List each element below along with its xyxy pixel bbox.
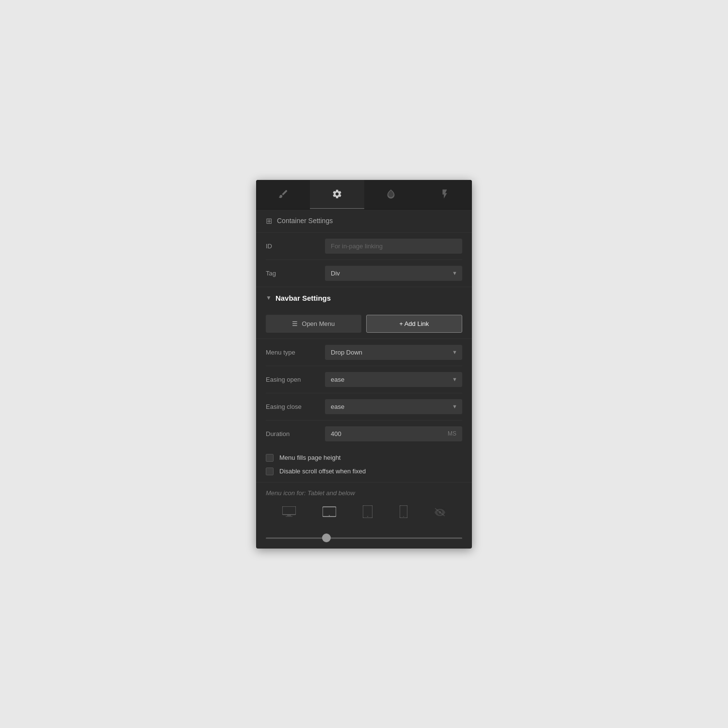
menu-fills-row: Menu fills page height <box>266 454 462 462</box>
checkbox-section: Menu fills page height Disable scroll of… <box>256 447 472 483</box>
duration-unit: MS <box>448 430 456 437</box>
container-settings-header: ⊞ Container Settings <box>256 210 472 233</box>
tag-label: Tag <box>266 270 319 277</box>
svg-point-8 <box>403 516 404 517</box>
svg-point-4 <box>329 515 330 516</box>
tab-lightning[interactable] <box>418 180 472 209</box>
duration-wrapper: 400 MS <box>325 426 462 441</box>
tab-bar <box>256 180 472 210</box>
tab-settings[interactable] <box>310 180 364 209</box>
duration-row: Duration 400 MS <box>266 421 462 447</box>
id-row: ID <box>266 233 462 260</box>
disable-scroll-label: Disable scroll offset when fixed <box>279 468 366 475</box>
navbar-arrow-icon: ▼ <box>266 294 272 301</box>
duration-label: Duration <box>266 430 319 437</box>
svg-rect-2 <box>286 516 292 517</box>
disable-scroll-row: Disable scroll offset when fixed <box>266 468 462 475</box>
menu-type-label: Menu type <box>266 349 319 356</box>
tag-select-wrapper: Div Section Article Header Footer Nav ▼ <box>325 266 462 281</box>
menu-fills-label: Menu fills page height <box>279 454 340 461</box>
menu-type-select-wrapper: Drop Down Slide In Overlay ▼ <box>325 345 462 360</box>
easing-close-select[interactable]: ease ease-in ease-out ease-in-out linear <box>325 399 462 414</box>
container-settings-label: Container Settings <box>277 217 333 225</box>
open-menu-label: Open Menu <box>302 320 335 327</box>
tag-select[interactable]: Div Section Article Header Footer Nav <box>325 266 462 281</box>
add-link-label: + Add Link <box>399 320 429 327</box>
menu-type-select[interactable]: Drop Down Slide In Overlay <box>325 345 462 360</box>
hidden-icon[interactable] <box>432 505 448 520</box>
id-label: ID <box>266 243 319 250</box>
easing-open-select-wrapper: ease ease-in ease-out ease-in-out linear… <box>325 372 462 387</box>
phone-icon[interactable] <box>398 503 409 522</box>
menu-icon: ☰ <box>292 320 298 327</box>
menu-fills-checkbox[interactable] <box>266 454 274 462</box>
easing-close-select-wrapper: ease ease-in ease-out ease-in-out linear… <box>325 399 462 414</box>
menu-icon-label: Menu icon for: Tablet and below <box>266 489 462 497</box>
button-row: ☰ Open Menu + Add Link <box>256 309 472 339</box>
id-input[interactable] <box>325 239 462 254</box>
settings-panel: ⊞ Container Settings ID Tag Div Section … <box>256 180 472 549</box>
desktop-icon[interactable] <box>280 504 298 521</box>
menu-icon-section: Menu icon for: Tablet and below <box>256 483 472 527</box>
tablet-icon[interactable] <box>361 503 374 522</box>
slider-wrapper <box>256 527 472 549</box>
tab-brush[interactable] <box>256 180 310 209</box>
easing-open-label: Easing open <box>266 376 319 383</box>
easing-open-row: Easing open ease ease-in ease-out ease-i… <box>266 366 462 393</box>
breakpoint-slider[interactable] <box>266 537 462 539</box>
navbar-form: Menu type Drop Down Slide In Overlay ▼ E… <box>256 339 472 447</box>
container-icon: ⊞ <box>266 216 272 226</box>
device-icons-row <box>266 503 462 522</box>
easing-close-label: Easing close <box>266 403 319 410</box>
tablet-landscape-icon[interactable] <box>321 504 338 521</box>
navbar-settings-label: Navbar Settings <box>275 294 331 302</box>
easing-close-row: Easing close ease ease-in ease-out ease-… <box>266 393 462 421</box>
disable-scroll-checkbox[interactable] <box>266 468 274 475</box>
container-form: ID Tag Div Section Article Header Footer… <box>256 233 472 287</box>
menu-type-row: Menu type Drop Down Slide In Overlay ▼ <box>266 339 462 366</box>
tab-drops[interactable] <box>364 180 418 209</box>
svg-rect-0 <box>282 506 296 515</box>
navbar-settings-header: ▼ Navbar Settings <box>256 287 472 309</box>
svg-point-6 <box>367 516 368 517</box>
easing-open-select[interactable]: ease ease-in ease-out ease-in-out linear <box>325 372 462 387</box>
open-menu-button[interactable]: ☰ Open Menu <box>266 315 361 333</box>
add-link-button[interactable]: + Add Link <box>366 315 463 333</box>
svg-rect-1 <box>287 515 291 516</box>
tag-row: Tag Div Section Article Header Footer Na… <box>266 260 462 287</box>
duration-value: 400 <box>331 430 448 437</box>
